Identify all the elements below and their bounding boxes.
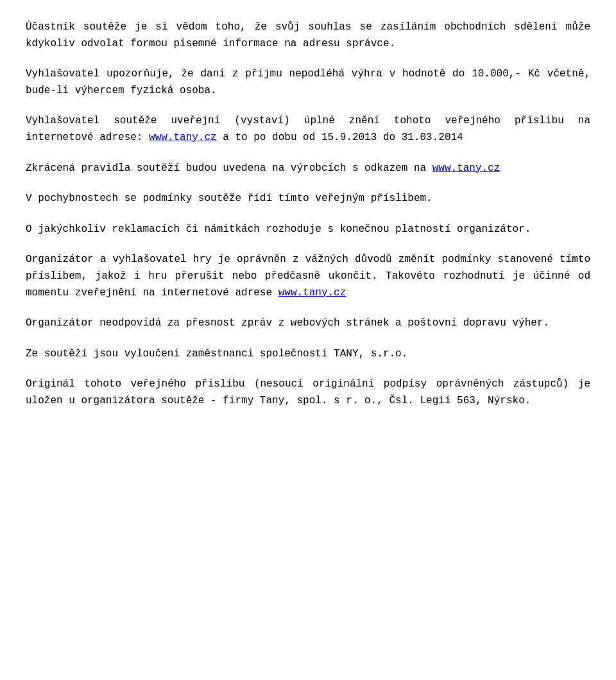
link-tany-1[interactable]: www.tany.cz: [149, 132, 217, 143]
paragraph-10-text: Originál tohoto veřejného příslibu (neso…: [26, 376, 590, 409]
paragraph-4: Zkrácená pravidla soutěží budou uvedena …: [26, 161, 590, 177]
paragraph-7: Organizátor a vyhlašovatel hry je oprávn…: [26, 252, 590, 301]
paragraph-5: V pochybnostech se podmínky soutěže řídí…: [26, 191, 590, 207]
paragraph-2: Vyhlašovatel upozorňuje, že dani z příjm…: [26, 66, 590, 99]
paragraph-9: Ze soutěží jsou vyloučeni zaměstnanci sp…: [26, 346, 590, 363]
paragraph-8: Organizátor neodpovídá za přesnost zpráv…: [26, 315, 590, 332]
paragraph-7-text: Organizátor a vyhlašovatel hry je oprávn…: [26, 252, 590, 301]
paragraph-4-text: Zkrácená pravidla soutěží budou uvedena …: [26, 161, 590, 177]
paragraph-3: Vyhlašovatel soutěže uveřejní (vystaví) …: [26, 113, 590, 146]
paragraph-5-text: V pochybnostech se podmínky soutěže řídí…: [26, 191, 590, 207]
link-tany-2[interactable]: www.tany.cz: [432, 162, 501, 174]
paragraph-3-text: Vyhlašovatel soutěže uveřejní (vystaví) …: [26, 113, 590, 146]
link-tany-3[interactable]: www.tany.cz: [278, 287, 346, 299]
paragraph-10: Originál tohoto veřejného příslibu (neso…: [26, 376, 590, 409]
paragraph-2-text: Vyhlašovatel upozorňuje, že dani z příjm…: [26, 66, 590, 99]
paragraph-9-text: Ze soutěží jsou vyloučeni zaměstnanci sp…: [26, 346, 590, 363]
paragraph-8-text: Organizátor neodpovídá za přesnost zpráv…: [26, 315, 590, 332]
paragraph-6: O jakýchkoliv reklamacích či námitkách r…: [26, 222, 590, 238]
paragraph-1: Účastník soutěže je si vědom toho, že sv…: [26, 19, 590, 52]
document-container: Účastník soutěže je si vědom toho, že sv…: [26, 19, 590, 410]
paragraph-6-text: O jakýchkoliv reklamacích či námitkách r…: [26, 222, 590, 238]
paragraph-1-text: Účastník soutěže je si vědom toho, že sv…: [26, 19, 590, 52]
